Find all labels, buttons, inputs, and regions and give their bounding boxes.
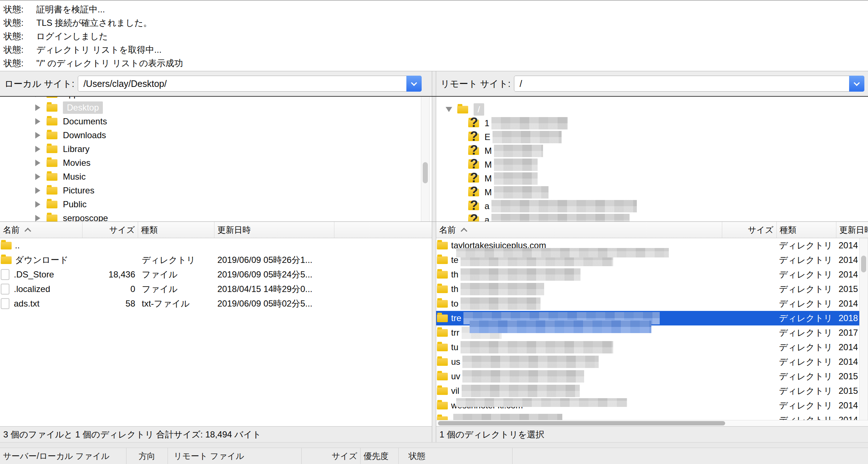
remote-column-header-modified[interactable]: 更新日時 bbox=[836, 222, 868, 238]
folder-icon bbox=[437, 256, 448, 264]
disclosure-triangle-icon[interactable] bbox=[35, 132, 40, 139]
disclosure-triangle-icon[interactable] bbox=[35, 215, 40, 221]
file-type: ディレクトリ bbox=[777, 356, 836, 368]
remote-file-list: taylortakesjuiceplus.comディレクトリ2014 teディレ… bbox=[436, 238, 868, 426]
remote-status-text: 1 個のディレクトリを選択 bbox=[439, 429, 544, 440]
local-column-header-name[interactable]: 名前 bbox=[0, 222, 83, 238]
file-size: 0 bbox=[83, 284, 138, 294]
pane-splitter[interactable] bbox=[432, 426, 436, 442]
queue-column-size: サイズ bbox=[302, 448, 361, 464]
remote-site-combo[interactable]: / bbox=[514, 76, 864, 92]
tree-item-library[interactable]: Library bbox=[0, 142, 432, 156]
scrollbar-thumb[interactable] bbox=[423, 162, 428, 183]
file-row[interactable]: usディレクトリ2014 bbox=[436, 355, 868, 369]
tree-item-public[interactable]: Public bbox=[0, 197, 432, 211]
file-type: ディレクトリ bbox=[777, 269, 836, 280]
disclosure-triangle-icon[interactable] bbox=[35, 118, 40, 125]
file-type: ディレクトリ bbox=[777, 414, 836, 420]
tree-item-label: M bbox=[485, 146, 492, 156]
tree-item-downloads[interactable]: Downloads bbox=[0, 128, 432, 142]
file-row[interactable]: vilディレクトリ2015 bbox=[436, 384, 868, 398]
pane-splitter[interactable] bbox=[432, 238, 436, 426]
file-name: th bbox=[451, 269, 458, 280]
tree-item-music[interactable]: Music bbox=[0, 170, 432, 184]
disclosure-triangle-icon[interactable] bbox=[35, 104, 40, 111]
disclosure-triangle-icon[interactable] bbox=[35, 173, 40, 180]
disclosure-triangle-icon[interactable] bbox=[35, 97, 40, 97]
file-row[interactable]: taylortakesjuiceplus.comディレクトリ2014 bbox=[436, 238, 868, 253]
remote-list-scrollbar[interactable] bbox=[859, 238, 868, 420]
local-column-header-type[interactable]: 種類 bbox=[138, 222, 214, 238]
tree-item-masked[interactable]: M bbox=[436, 144, 868, 158]
tree-item-pictures[interactable]: Pictures bbox=[0, 184, 432, 197]
local-column-header-size[interactable]: サイズ bbox=[83, 222, 138, 238]
remote-column-header-type[interactable]: 種類 bbox=[777, 222, 836, 238]
unknown-folder-icon bbox=[468, 147, 479, 155]
file-row-localized[interactable]: .localized0ファイル2018/04/15 14時29分0... bbox=[0, 282, 432, 296]
scrollbar-thumb[interactable] bbox=[438, 421, 725, 425]
file-row[interactable]: toディレクトリ2014 bbox=[436, 296, 868, 311]
log-row: 状態:証明書を検証中... bbox=[0, 3, 868, 16]
tree-item-serposcope[interactable]: serposcope bbox=[0, 211, 432, 221]
local-column-header-modified[interactable]: 更新日時 bbox=[214, 222, 334, 238]
disclosure-triangle-icon[interactable] bbox=[446, 107, 452, 112]
file-row-download[interactable]: ダウンロードディレクトリ2019/06/09 05時26分1... bbox=[0, 253, 432, 267]
tree-item-masked[interactable]: M bbox=[436, 185, 868, 199]
local-column-header-empty bbox=[334, 222, 432, 238]
tree-item-documents[interactable]: Documents bbox=[0, 115, 432, 128]
tree-item-masked[interactable]: 1 bbox=[436, 116, 868, 130]
pane-splitter[interactable] bbox=[432, 97, 436, 221]
scrollbar-thumb[interactable] bbox=[861, 256, 866, 272]
tree-item-root[interactable]: / bbox=[436, 103, 868, 116]
log-message: TLS 接続が確立されました。 bbox=[36, 17, 152, 29]
file-type: ディレクトリ bbox=[138, 254, 214, 266]
disclosure-triangle-icon[interactable] bbox=[35, 160, 40, 166]
file-row[interactable]: uvディレクトリ2015 bbox=[436, 369, 868, 384]
tree-item-masked[interactable]: M bbox=[436, 172, 868, 185]
remote-site-dropdown-button[interactable] bbox=[849, 76, 864, 92]
local-site-dropdown-button[interactable] bbox=[406, 76, 422, 92]
tree-item-label: M bbox=[485, 160, 492, 170]
tree-item-applications[interactable]: Applications bbox=[0, 97, 432, 101]
file-row[interactable]: thディレクトリ2014 bbox=[436, 267, 868, 282]
file-row-parent[interactable]: .. bbox=[0, 238, 432, 253]
tree-item-masked[interactable]: a bbox=[436, 199, 868, 213]
file-row[interactable]: westinhotel-ki.comディレクトリ2014 bbox=[436, 398, 868, 413]
file-modified: 2019/06/09 05時24分5... bbox=[214, 269, 334, 280]
file-row-selected[interactable]: treディレクトリ2018 bbox=[436, 311, 868, 325]
tree-item-masked[interactable]: M bbox=[436, 158, 868, 172]
tree-item-label: 1 bbox=[485, 118, 489, 128]
log-status-label: 状態: bbox=[0, 17, 36, 29]
folder-icon bbox=[47, 201, 57, 208]
local-site-combo[interactable]: /Users/clay/Desktop/ bbox=[78, 76, 422, 92]
tree-item-label: E bbox=[485, 132, 490, 142]
tree-item-movies[interactable]: Movies bbox=[0, 156, 432, 170]
tree-item-masked[interactable]: E bbox=[436, 130, 868, 144]
folder-icon bbox=[437, 402, 448, 409]
file-row-adstxt[interactable]: ads.txt58txt-ファイル2019/06/09 05時02分5... bbox=[0, 296, 432, 311]
disclosure-triangle-icon[interactable] bbox=[35, 187, 40, 194]
file-row[interactable]: thディレクトリ2015 bbox=[436, 282, 868, 296]
local-file-list: .. ダウンロードディレクトリ2019/06/09 05時26分1... .DS… bbox=[0, 238, 432, 426]
pane-splitter[interactable] bbox=[432, 222, 436, 238]
file-icon bbox=[1, 298, 9, 309]
local-tree-scrollbar[interactable] bbox=[421, 97, 430, 221]
folder-icon bbox=[47, 159, 57, 167]
tree-item-masked[interactable]: a bbox=[436, 213, 868, 221]
local-status-text: 3 個のファイルと 1 個のディレクトリ 合計サイズ: 18,494 バイト bbox=[3, 429, 261, 440]
disclosure-triangle-icon[interactable] bbox=[35, 201, 40, 208]
blurred-text bbox=[470, 320, 651, 333]
pane-splitter[interactable] bbox=[432, 71, 436, 96]
remote-list-horizontal-scrollbar[interactable] bbox=[436, 420, 868, 426]
tree-item-desktop[interactable]: Desktop bbox=[0, 101, 432, 115]
remote-column-header-size[interactable]: サイズ bbox=[722, 222, 777, 238]
file-type: ディレクトリ bbox=[777, 341, 836, 353]
file-row[interactable]: tuディレクトリ2014 bbox=[436, 340, 868, 355]
window-splitter[interactable] bbox=[0, 442, 868, 448]
file-row-dsstore[interactable]: .DS_Store18,436ファイル2019/06/09 05時24分5... bbox=[0, 267, 432, 282]
remote-column-header-name[interactable]: 名前 bbox=[436, 222, 722, 238]
disclosure-triangle-icon[interactable] bbox=[35, 146, 40, 152]
file-name: tre bbox=[451, 313, 461, 323]
queue-column-status: 状態 bbox=[399, 448, 513, 464]
file-row-partial[interactable]: ディレクトリ2014 bbox=[436, 413, 868, 420]
